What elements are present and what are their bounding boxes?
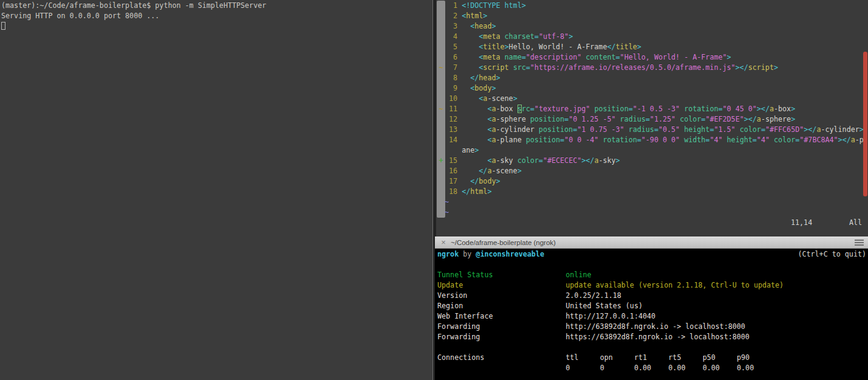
code-token: "1.25" [650,115,675,123]
code-token: > [474,146,479,154]
ngrok-status-row: Version2.0.25/2.1.18 [437,291,621,301]
ngrok-pane[interactable]: ngrok by @inconshreveable (Ctrl+C to qui… [435,249,868,380]
ngrok-connections-column: p90 [737,353,771,363]
ngrok-connections-value: 0.00 [668,363,702,373]
code-token: ></ [581,156,594,165]
code-token: </ [479,167,487,175]
code-token [462,63,479,72]
code-token: script [748,63,774,72]
line-number: 1 [445,1,462,11]
code-token: -sky [598,156,615,165]
code-token [462,125,487,134]
code-token: height [727,136,753,144]
code-token: -sky [496,156,517,165]
ngrok-status-row: Forwardinghttps://63892d8f.ngrok.io -> l… [437,332,750,342]
code-token: a [757,115,761,123]
code-token: > [496,177,500,185]
code-token: > [637,43,641,51]
code-token: html [466,12,483,20]
code-token: height [684,125,709,134]
ngrok-connections-value: 0 [566,363,600,373]
line-number: 6 [445,52,462,63]
code-token: = [646,115,650,123]
line-number: 16 [445,166,462,176]
vim-ruler-scroll-indicator: All [849,218,862,228]
code-token: rc [522,105,530,113]
code-token: ></ [757,105,770,113]
code-token: "-90 0 0" [641,136,680,144]
line-number: 8 [445,73,462,83]
code-token: = [522,53,526,61]
ngrok-status-value: http://63892d8f.ngrok.io -> localhost:80… [566,322,745,331]
code-line: 17 </body> [445,176,501,187]
code-token [462,105,487,113]
shell-pane[interactable]: (master):~/Code/aframe-boilerplate$ pyth… [0,0,433,380]
line-number: 15 [445,156,462,166]
ngrok-connections-value: 0.00 [703,363,737,373]
code-token: = [761,125,765,134]
code-line: ~ [445,197,449,207]
line-number: 10 [445,94,462,104]
code-line: 6 <meta name="description" content="Hell… [445,52,731,63]
code-token: > [491,84,496,92]
code-token [462,53,479,61]
code-token [509,63,513,72]
vim-scrollbar-thumb[interactable] [863,52,867,196]
code-token [462,32,479,41]
code-token: ></ [804,125,816,134]
code-token: "4" [709,136,722,144]
line-number: 13 [445,125,462,135]
line-number: 12 [445,114,462,125]
code-token [501,32,505,41]
code-token [462,156,487,165]
vim-ruler-cursor-position: 11,14 [791,218,812,228]
ngrok-status-label: Update [437,280,566,291]
code-token: </ [462,187,470,196]
hamburger-bar [855,240,864,241]
code-token: = [629,105,633,113]
code-token: > [487,187,491,196]
close-icon[interactable]: × [439,237,448,248]
code-token: > [505,43,509,51]
code-token [462,136,487,144]
code-token: > [513,94,518,103]
ngrok-status-label: Version [437,291,566,301]
code-token: "#EF2D5E" [705,115,743,123]
code-token: > [791,105,795,113]
ngrok-status-value: update available (version 2.1.18, Ctrl-U… [566,281,784,289]
code-token: > [518,167,522,175]
code-line: 4 <meta charset="utf-8"> [445,32,573,42]
ngrok-connections-value: 0 [600,363,634,373]
hamburger-menu-icon[interactable] [855,240,864,246]
ngrok-status-label: Forwarding [437,322,566,332]
code-token [723,136,727,144]
code-token: position [526,136,560,144]
vim-editor-pane[interactable]: 1<!DOCTYPE html>2<html>3 <head>4 <meta c… [436,0,868,237]
code-token: = [654,125,658,134]
code-token: -scene [491,167,517,175]
code-token: content [586,53,615,61]
code-token: "0 1.25 -5" [569,115,615,123]
gutter-change-sign: + [437,156,445,166]
code-token: = [539,156,543,165]
ngrok-status-value: United States (us) [566,302,643,310]
code-token: = [526,63,530,72]
code-token: html [470,187,487,196]
code-token: -sphere [496,115,530,123]
code-token [501,53,505,61]
hamburger-bar [855,244,864,246]
code-token: </ [470,74,479,82]
code-line: 5 <title>Hello, World! - A-Frame</title> [445,42,641,52]
code-token: = [616,53,620,61]
code-token [624,125,629,134]
ngrok-connections-label: Connections [437,353,566,363]
ngrok-app-name: ngrok [437,250,459,258]
code-token: radius [620,115,646,123]
ngrok-connections-column: ttl [566,353,600,363]
code-token: meta [483,32,500,41]
ngrok-status-label: Region [437,301,566,311]
code-token: "0 0 -4" [564,136,598,144]
code-token: "-1 0.5 -3" [633,105,680,113]
code-line: ane> [445,145,479,156]
code-token: radius [629,125,654,134]
